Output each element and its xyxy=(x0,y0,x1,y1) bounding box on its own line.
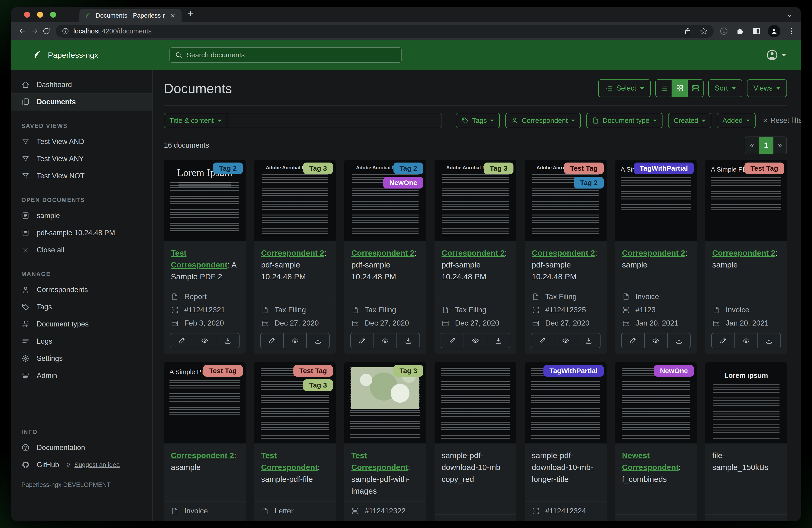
side-panel-icon[interactable] xyxy=(752,27,761,36)
view-button[interactable] xyxy=(554,333,577,348)
document-type-filter-button[interactable]: Document type xyxy=(586,113,663,128)
tag-pill[interactable]: Test Tag xyxy=(564,162,604,174)
correspondent-link[interactable]: Test Correspondent xyxy=(171,248,228,269)
document-thumbnail[interactable]: Lorem Ipsum Tag 2 xyxy=(164,160,246,241)
sidebar-item-dashboard[interactable]: Dashboard xyxy=(11,76,152,93)
document-thumbnail[interactable]: A Simple PDF File Test Tag xyxy=(705,160,787,241)
site-info-icon[interactable] xyxy=(62,27,69,35)
edit-button[interactable] xyxy=(441,333,464,348)
document-thumbnail[interactable]: NewOne xyxy=(615,362,697,443)
edit-button[interactable] xyxy=(170,333,193,348)
correspondent-link[interactable]: Newest Correspondent xyxy=(622,451,679,472)
download-button[interactable] xyxy=(487,333,510,348)
browser-profile-avatar[interactable] xyxy=(768,25,780,38)
view-button[interactable] xyxy=(193,333,216,348)
correspondent-link[interactable]: Correspondent 2 xyxy=(532,248,595,257)
view-button[interactable] xyxy=(735,333,757,348)
maximize-window-button[interactable] xyxy=(50,12,56,18)
tag-pill[interactable]: TagWithPartial xyxy=(543,365,604,376)
sidebar-item-github[interactable]: GitHub xyxy=(21,461,59,469)
sidebar-item-documentation[interactable]: Documentation xyxy=(11,439,152,456)
correspondent-link[interactable]: Test Correspondent xyxy=(351,451,408,472)
list-view-toggle[interactable] xyxy=(656,80,671,97)
document-thumbnail[interactable]: TagWithPartial xyxy=(525,362,607,443)
tag-pill[interactable]: TagWithPartial xyxy=(634,162,694,174)
download-button[interactable] xyxy=(667,333,690,348)
document-thumbnail[interactable]: Test TagTag 3 xyxy=(254,362,336,443)
pagination-prev[interactable]: « xyxy=(745,137,759,154)
document-thumbnail[interactable]: Adobe Acrobat PDF Files Tag 3 xyxy=(435,160,516,241)
document-thumbnail[interactable]: Adobe Acrobat PDF Files Tag 2NewOne xyxy=(344,160,426,241)
reload-button[interactable] xyxy=(40,25,53,37)
view-button[interactable] xyxy=(644,333,667,348)
filter-field-selector[interactable]: Title & content xyxy=(164,113,227,128)
close-window-button[interactable] xyxy=(24,12,30,18)
app-brand[interactable]: Paperless-ngx xyxy=(32,50,98,60)
sidebar-item-document-types[interactable]: Document types xyxy=(11,316,152,333)
tag-pill[interactable]: Tag 2 xyxy=(393,162,423,174)
tag-pill[interactable]: Tag 3 xyxy=(303,380,333,391)
correspondent-link[interactable]: Correspondent 2 xyxy=(441,248,505,257)
view-button[interactable] xyxy=(283,333,306,348)
tag-pill[interactable]: Tag 3 xyxy=(393,365,423,376)
sidebar-item-open-doc-pdf-sample[interactable]: pdf-sample 10.24.48 PM xyxy=(11,224,152,242)
tag-pill[interactable]: Test Tag xyxy=(744,162,784,174)
tag-pill[interactable]: Tag 3 xyxy=(484,162,513,174)
correspondent-link[interactable]: Correspondent 2 xyxy=(261,248,324,257)
search-input[interactable] xyxy=(187,51,396,59)
edit-button[interactable] xyxy=(531,333,554,348)
browser-menu-icon[interactable] xyxy=(787,27,796,35)
bookmark-star-icon[interactable] xyxy=(700,27,708,35)
document-thumbnail[interactable]: A Simple PDF File TagWithPartial xyxy=(615,160,697,241)
correspondent-link[interactable]: Test Correspondent xyxy=(261,451,318,472)
download-button[interactable] xyxy=(306,333,329,348)
browser-tab[interactable]: Documents - Paperless-ngx × xyxy=(79,9,182,22)
tags-filter-button[interactable]: Tags xyxy=(456,113,500,128)
tab-close-icon[interactable]: × xyxy=(169,12,176,19)
correspondent-link[interactable]: Correspondent 2 xyxy=(712,248,775,257)
view-button[interactable] xyxy=(374,333,396,348)
view-button[interactable] xyxy=(464,333,487,348)
share-icon[interactable] xyxy=(684,27,692,35)
minimize-window-button[interactable] xyxy=(37,12,43,18)
select-button[interactable]: Select xyxy=(598,80,651,97)
forward-button[interactable] xyxy=(28,25,40,37)
download-button[interactable] xyxy=(396,333,419,348)
sidebar-item-open-doc-sample[interactable]: sample xyxy=(11,207,152,224)
tag-pill[interactable]: Tag 2 xyxy=(213,162,243,174)
grid-view-toggle[interactable] xyxy=(671,80,687,97)
edit-button[interactable] xyxy=(351,333,373,348)
pagination-page-1[interactable]: 1 xyxy=(759,137,773,154)
edit-button[interactable] xyxy=(261,333,283,348)
tag-pill[interactable]: Tag 2 xyxy=(574,177,604,188)
detail-view-toggle[interactable] xyxy=(687,80,703,97)
suggest-an-idea-link[interactable]: Suggest an idea xyxy=(65,461,119,469)
sidebar-item-admin[interactable]: Admin xyxy=(11,367,152,384)
document-thumbnail[interactable]: Adobe Acrobat PDF Files Test TagTag 2 xyxy=(525,160,607,241)
sidebar-item-saved-view-any[interactable]: Test View ANY xyxy=(11,150,152,167)
tag-pill[interactable]: Tag 3 xyxy=(303,162,333,174)
created-filter-button[interactable]: Created xyxy=(668,113,711,128)
tag-pill[interactable]: Test Tag xyxy=(293,365,333,376)
title-content-filter-input[interactable] xyxy=(227,113,442,128)
address-bar[interactable]: localhost:4200/documents xyxy=(56,25,714,38)
document-thumbnail[interactable]: A Simple PDF File Test Tag xyxy=(164,362,246,443)
edit-button[interactable] xyxy=(622,333,644,348)
sidebar-item-saved-view-and[interactable]: Test View AND xyxy=(11,133,152,150)
tag-pill[interactable]: NewOne xyxy=(383,177,423,188)
download-button[interactable] xyxy=(577,333,600,348)
correspondent-filter-button[interactable]: Correspondent xyxy=(505,113,581,128)
document-thumbnail[interactable]: Adobe Acrobat PDF Files Tag 3 xyxy=(254,160,336,241)
correspondent-link[interactable]: Correspondent 2 xyxy=(622,248,685,257)
password-manager-icon[interactable]: 1 xyxy=(719,27,728,36)
sidebar-item-correspondents[interactable]: Correspondents xyxy=(11,281,152,298)
sidebar-item-close-all[interactable]: Close all xyxy=(11,242,152,259)
sidebar-item-documents[interactable]: Documents xyxy=(11,93,152,111)
sidebar-item-logs[interactable]: Logs xyxy=(11,333,152,350)
document-thumbnail[interactable]: Tag 3 xyxy=(344,362,426,443)
extensions-puzzle-icon[interactable] xyxy=(735,27,745,36)
reset-filters-button[interactable]: × Reset filters xyxy=(763,116,801,125)
tab-search-chevron-icon[interactable]: ⌄ xyxy=(787,11,793,18)
document-thumbnail[interactable] xyxy=(435,362,516,443)
user-menu[interactable] xyxy=(766,49,786,61)
